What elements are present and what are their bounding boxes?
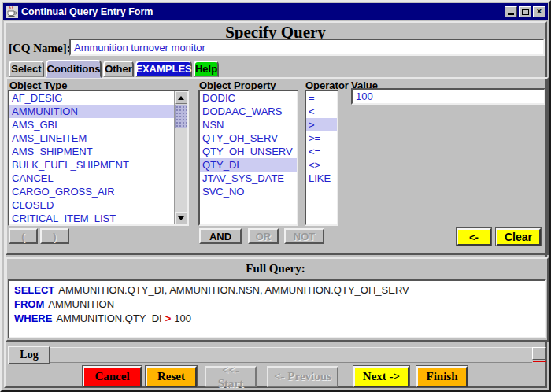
operator-list: = < > >= <= <> LIKE — [305, 90, 338, 226]
tab-examples[interactable]: EXAMPLES — [135, 61, 192, 77]
tab-conditions[interactable]: Conditions — [46, 60, 102, 78]
scroll-down-button[interactable] — [175, 212, 187, 224]
object-type-item[interactable]: CLOSED — [9, 198, 174, 212]
object-type-item-selected[interactable]: AMMUNITION — [9, 105, 174, 118]
java-cup-icon — [6, 6, 18, 18]
object-property-item[interactable]: QTY_OH_UNSERV — [200, 145, 297, 158]
query-select-line: SELECTAMMUNITION.QTY_DI, AMMUNITION.NSN,… — [14, 283, 540, 298]
cq-name-label: [CQ Name]: — [9, 42, 71, 55]
or-button[interactable]: OR — [248, 228, 279, 244]
scrollbar-thumb[interactable] — [175, 105, 187, 128]
object-property-item[interactable]: JTAV_SYS_DATE — [200, 172, 297, 185]
object-property-item-selected[interactable]: QTY_DI — [200, 158, 297, 172]
operator-item[interactable]: >= — [306, 131, 337, 145]
value-input[interactable] — [351, 88, 545, 105]
title-bar[interactable]: Continual Query Entry Form × — [3, 3, 548, 20]
minimize-button[interactable] — [505, 6, 517, 17]
next-button[interactable]: Next -> — [353, 366, 409, 387]
cq-entry-form-window: Continual Query Entry Form × Specify Que… — [0, 0, 551, 392]
full-query-text: SELECTAMMUNITION.QTY_DI, AMMUNITION.NSN,… — [8, 279, 546, 338]
object-type-item[interactable]: AF_DESIG — [9, 91, 174, 105]
from-table: AMMUNITION — [48, 298, 114, 310]
clear-button[interactable]: Clear — [496, 228, 541, 246]
object-type-item[interactable]: CANCEL — [9, 172, 174, 185]
select-columns: AMMUNITION.QTY_DI, AMMUNITION.NSN, AMMUN… — [58, 284, 409, 296]
from-keyword: FROM — [14, 298, 44, 310]
window-title: Continual Query Entry Form — [21, 6, 503, 17]
previous-button[interactable]: <- Previous — [267, 366, 338, 387]
status-strip — [50, 347, 532, 363]
status-corner-box[interactable] — [532, 347, 546, 360]
full-query-title: Full Query: — [2, 262, 549, 276]
cq-name-input[interactable] — [69, 39, 545, 56]
object-type-item[interactable]: CARGO_GROSS_AIR — [9, 185, 174, 198]
where-keyword: WHERE — [14, 312, 52, 324]
insert-condition-button[interactable]: <- — [457, 228, 491, 246]
where-operator: > — [165, 312, 172, 324]
tab-help[interactable]: Help — [194, 61, 219, 77]
query-where-line: WHEREAMMUNITION.QTY_DI>100 — [14, 312, 540, 326]
operator-item[interactable]: <= — [306, 145, 337, 158]
close-button[interactable]: × — [533, 6, 545, 17]
reset-button[interactable]: Reset — [146, 366, 197, 387]
query-from-line: FROMAMMUNITION — [14, 298, 540, 312]
maximize-icon — [522, 9, 529, 15]
operator-item[interactable]: LIKE — [306, 172, 337, 185]
open-paren-button[interactable]: ( — [9, 228, 38, 244]
operator-item-selected[interactable]: > — [306, 118, 337, 131]
close-icon: × — [537, 7, 542, 16]
object-property-item[interactable]: NSN — [200, 118, 297, 131]
scroll-up-button[interactable] — [175, 91, 187, 104]
start-button[interactable]: <<- Start — [205, 366, 257, 387]
object-type-scrollbar[interactable] — [174, 91, 187, 224]
finish-button[interactable]: Finish — [416, 366, 468, 387]
object-property-list: DODIC DODAAC_WARS NSN QTY_OH_SERV QTY_OH… — [198, 90, 298, 226]
operator-item[interactable]: <> — [306, 158, 337, 172]
select-keyword: SELECT — [14, 284, 54, 296]
object-type-item[interactable]: CRITICAL_ITEM_LIST — [9, 212, 174, 225]
operator-item[interactable]: < — [306, 105, 337, 118]
log-button[interactable]: Log — [8, 346, 50, 364]
object-property-item[interactable]: DODAAC_WARS — [200, 105, 297, 118]
object-property-item[interactable]: QTY_OH_SERV — [200, 131, 297, 145]
tab-other[interactable]: Other — [103, 61, 134, 77]
maximize-button[interactable] — [519, 6, 531, 17]
tab-select[interactable]: Select — [9, 61, 44, 77]
status-red-indicator — [533, 361, 546, 362]
triangle-up-icon — [178, 96, 184, 100]
object-type-list: AF_DESIG AMMUNITION AMS_GBL AMS_LINEITEM… — [8, 90, 189, 226]
object-type-item[interactable]: AMS_GBL — [9, 118, 174, 131]
minimize-icon — [508, 13, 514, 15]
operator-item[interactable]: = — [306, 91, 337, 105]
and-button[interactable]: AND — [199, 228, 242, 244]
close-paren-button[interactable]: ) — [40, 228, 69, 244]
object-type-item[interactable]: AMS_SHIPMENT — [9, 145, 174, 158]
where-value: 100 — [174, 312, 191, 324]
object-property-item[interactable]: SVC_NO — [200, 185, 297, 198]
cancel-button[interactable]: Cancel — [83, 366, 142, 387]
object-property-item[interactable]: DODIC — [200, 91, 297, 105]
where-field: AMMUNITION.QTY_DI — [56, 312, 161, 324]
object-type-item[interactable]: AMS_LINEITEM — [9, 131, 174, 145]
triangle-down-icon — [178, 216, 184, 220]
not-button[interactable]: NOT — [284, 228, 324, 244]
object-type-item[interactable]: BULK_FUEL_SHIPMENT — [9, 158, 174, 172]
